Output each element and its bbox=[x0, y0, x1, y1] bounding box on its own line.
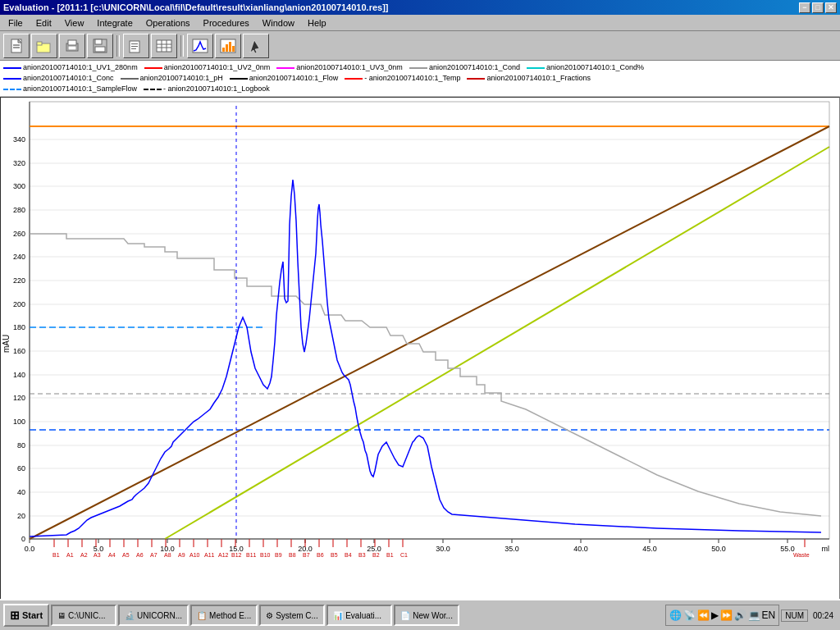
legend-condpct: anion20100714010:1_Cond% bbox=[527, 62, 644, 73]
svg-text:35.0: 35.0 bbox=[504, 545, 519, 553]
svg-text:240: 240 bbox=[13, 253, 25, 261]
window-title: Evaluation - [2011:1 [c:\UNICORN\Local\f… bbox=[3, 2, 388, 12]
svg-rect-26 bbox=[232, 46, 235, 52]
legend-conc: anion20100714010:1_Conc bbox=[3, 73, 114, 84]
title-bar: Evaluation - [2011:1 [c:\UNICORN\Local\f… bbox=[0, 0, 840, 15]
svg-text:40.0: 40.0 bbox=[573, 545, 588, 553]
new-button[interactable] bbox=[3, 34, 30, 58]
toolbar-sep2 bbox=[180, 35, 184, 57]
legend-line-fractions bbox=[467, 78, 485, 80]
restore-button[interactable]: □ bbox=[812, 2, 824, 13]
chart-svg: mAU 0 20 40 60 80 bbox=[1, 98, 838, 580]
menu-file[interactable]: File bbox=[2, 16, 30, 30]
svg-text:45.0: 45.0 bbox=[642, 545, 657, 553]
start-button[interactable]: ⊞ Start bbox=[3, 604, 49, 627]
taskbar-label-5: New Wor... bbox=[413, 611, 453, 620]
svg-text:180: 180 bbox=[13, 323, 25, 331]
legend-label-logbook: - anion20100714010:1_Logbook bbox=[163, 84, 270, 94]
menu-window[interactable]: Window bbox=[256, 16, 301, 30]
legend-line-ph bbox=[121, 78, 139, 80]
svg-text:A1: A1 bbox=[66, 552, 74, 558]
legend-label-uv3: anion20100714010:1_UV3_0nm bbox=[296, 62, 403, 73]
svg-text:140: 140 bbox=[13, 371, 25, 379]
svg-rect-11 bbox=[95, 47, 105, 52]
svg-text:B4: B4 bbox=[345, 552, 352, 558]
taskbar-item-2[interactable]: 📋 Method E... bbox=[190, 605, 258, 626]
svg-text:mAU: mAU bbox=[2, 335, 11, 353]
save-button[interactable] bbox=[87, 34, 113, 58]
taskbar-num: NUM bbox=[781, 609, 808, 622]
svg-text:B1: B1 bbox=[52, 552, 60, 558]
systray-icon-3: ⏪ bbox=[697, 609, 710, 621]
close-button[interactable]: ✕ bbox=[825, 2, 837, 13]
svg-text:300: 300 bbox=[13, 182, 25, 190]
bar-chart-button[interactable] bbox=[215, 34, 241, 58]
svg-rect-13 bbox=[131, 43, 138, 44]
svg-text:0: 0 bbox=[21, 535, 25, 543]
legend-uv2: anion20100714010:1_UV2_0nm bbox=[144, 62, 271, 73]
legend-line-uv3 bbox=[276, 67, 294, 69]
svg-text:320: 320 bbox=[13, 159, 25, 167]
menu-integrate[interactable]: Integrate bbox=[90, 16, 139, 30]
systray-icon-8: EN bbox=[762, 609, 776, 621]
systray-icon-2: 📡 bbox=[683, 609, 696, 621]
svg-text:A9: A9 bbox=[178, 552, 185, 558]
chart-area[interactable]: mAU 0 20 40 60 80 bbox=[0, 97, 840, 630]
menu-procedures[interactable]: Procedures bbox=[197, 16, 256, 30]
taskbar-icon-5: 📄 bbox=[400, 611, 410, 620]
minimize-button[interactable]: − bbox=[799, 2, 810, 13]
svg-text:A4: A4 bbox=[108, 552, 116, 558]
taskbar-label-2: Method E... bbox=[209, 611, 251, 620]
svg-text:B7: B7 bbox=[303, 552, 310, 558]
svg-rect-8 bbox=[68, 46, 76, 50]
taskbar-item-0[interactable]: 🖥 C:\UNIC... bbox=[51, 605, 116, 626]
svg-text:B10: B10 bbox=[260, 552, 271, 558]
svg-text:220: 220 bbox=[13, 276, 25, 285]
menu-edit[interactable]: Edit bbox=[30, 16, 58, 30]
start-icon: ⊞ bbox=[10, 609, 20, 622]
svg-text:B3: B3 bbox=[358, 552, 366, 558]
taskbar-item-5[interactable]: 📄 New Wor... bbox=[394, 605, 459, 626]
legend-line-uv1 bbox=[3, 67, 21, 69]
taskbar-label-0: C:\UNIC... bbox=[68, 611, 106, 620]
legend-logbook: - anion20100714010:1_Logbook bbox=[144, 84, 270, 94]
legend-label-fractions: anion20100714010:1_Fractions bbox=[486, 73, 591, 84]
svg-rect-7 bbox=[68, 40, 76, 45]
svg-text:30.0: 30.0 bbox=[436, 545, 450, 553]
svg-text:A10: A10 bbox=[189, 552, 200, 558]
legend-sampleflow: anion20100714010:1_SampleFlow bbox=[3, 84, 137, 94]
legend-label-condpct: anion20100714010:1_Cond% bbox=[546, 62, 644, 73]
systray: 🌐 📡 ⏪ ▶ ⏩ 🔊 💻 EN bbox=[665, 605, 780, 626]
svg-rect-5 bbox=[37, 42, 42, 45]
taskbar-icon-2: 📋 bbox=[197, 611, 207, 620]
taskbar-item-4[interactable]: 📊 Evaluati... bbox=[326, 605, 392, 626]
svg-rect-16 bbox=[157, 40, 171, 52]
menu-help[interactable]: Help bbox=[301, 16, 333, 30]
taskbar-item-1[interactable]: 🔬 UNICORN... bbox=[118, 605, 189, 626]
svg-text:A11: A11 bbox=[204, 552, 215, 558]
print2-button[interactable] bbox=[123, 34, 149, 58]
print-button[interactable] bbox=[59, 34, 85, 58]
svg-text:160: 160 bbox=[13, 347, 25, 355]
table-button[interactable] bbox=[151, 34, 177, 58]
svg-text:B8: B8 bbox=[289, 552, 296, 558]
taskbar-icon-3: ⚙ bbox=[266, 611, 273, 620]
taskbar-icon-1: 🔬 bbox=[125, 611, 135, 620]
svg-text:B5: B5 bbox=[331, 552, 338, 558]
svg-text:A7: A7 bbox=[150, 552, 158, 558]
open-button[interactable] bbox=[31, 34, 57, 58]
chromatogram-button[interactable] bbox=[187, 34, 213, 58]
svg-text:60: 60 bbox=[17, 464, 25, 472]
clock: 00:24 bbox=[810, 611, 837, 620]
taskbar-right: 🌐 📡 ⏪ ▶ ⏩ 🔊 💻 EN NUM 00:24 bbox=[665, 605, 837, 626]
legend-cond: anion20100714010:1_Cond bbox=[409, 62, 520, 73]
menu-view[interactable]: View bbox=[58, 16, 91, 30]
taskbar-item-3[interactable]: ⚙ System C... bbox=[259, 605, 325, 626]
svg-text:A2: A2 bbox=[80, 552, 88, 558]
legend-line-sampleflow bbox=[3, 89, 21, 90]
svg-text:280: 280 bbox=[13, 206, 25, 214]
menu-operations[interactable]: Operations bbox=[139, 16, 197, 30]
svg-text:100: 100 bbox=[13, 418, 25, 426]
cursor-button[interactable] bbox=[243, 34, 269, 58]
legend-line-logbook bbox=[144, 89, 162, 90]
